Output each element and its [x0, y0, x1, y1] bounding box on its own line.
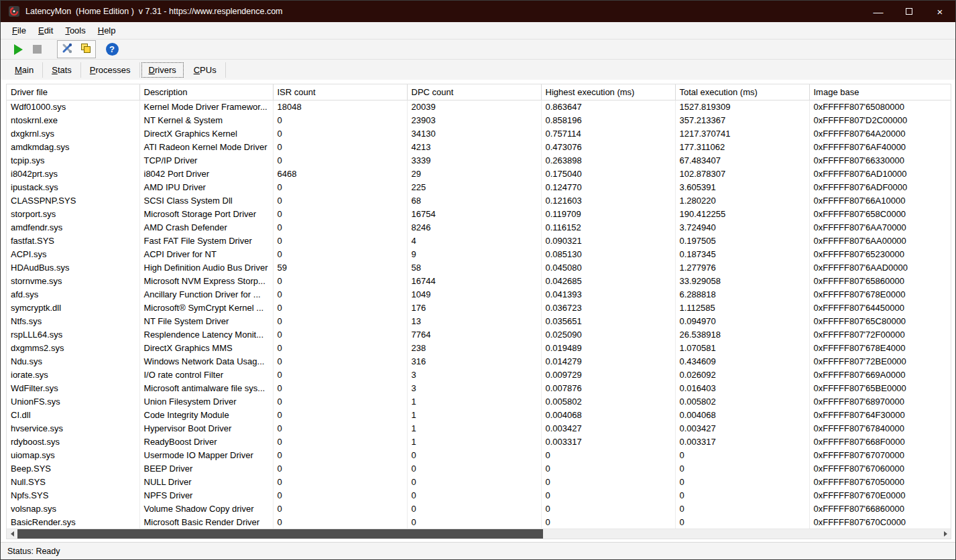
table-row[interactable]: UnionFS.sysUnion Filesystem Driver010.00… [7, 395, 951, 408]
table-row[interactable]: stornvme.sysMicrosoft NVM Express Storp.… [7, 274, 951, 287]
menu-edit[interactable]: Edit [32, 23, 59, 38]
table-row[interactable]: HDAudBus.sysHigh Definition Audio Bus Dr… [7, 261, 951, 274]
table-cell: 0 [273, 328, 407, 341]
latencymon-window: LatencyMon (Home Edition ) v 7.31 - http… [0, 0, 956, 560]
table-cell: 68 [407, 194, 541, 207]
table-row[interactable]: rspLLL64.sysResplendence Latency Monit..… [7, 328, 951, 341]
table-row[interactable]: CLASSPNP.SYSSCSI Class System Dll0680.12… [7, 194, 951, 207]
table-cell: DirectX Graphics MMS [139, 341, 273, 354]
table-row[interactable]: rdyboost.sysReadyBoost Driver010.0033170… [7, 435, 951, 448]
start-monitor-button[interactable] [9, 41, 27, 58]
titlebar[interactable]: LatencyMon (Home Edition ) v 7.31 - http… [1, 1, 955, 22]
scrollbar-thumb[interactable] [17, 529, 543, 539]
table-cell: uiomap.sys [7, 448, 139, 462]
table-cell: hvservice.sys [7, 421, 139, 435]
table-cell: WdFilter.sys [7, 381, 139, 395]
table-row[interactable]: volsnap.sysVolume Shadow Copy driver0000… [7, 502, 951, 515]
close-icon: × [937, 6, 943, 17]
table-cell: 0xFFFFF807'678E0000 [809, 287, 951, 301]
tab-main[interactable]: Main [6, 62, 43, 78]
menu-help[interactable]: Help [92, 23, 122, 38]
table-cell: 0 [541, 515, 675, 529]
table-cell: 0.009729 [541, 368, 675, 381]
column-header-isr-count[interactable]: ISR count [273, 84, 407, 100]
column-header-total-execution-ms[interactable]: Total execution (ms) [675, 84, 809, 100]
table-cell: stornvme.sys [7, 274, 139, 287]
column-header-image-base[interactable]: Image base [809, 84, 951, 100]
table-cell: 1.277976 [675, 261, 809, 274]
stop-monitor-button[interactable] [27, 41, 46, 58]
table-cell: Windows Network Data Usag... [139, 354, 273, 368]
table-cell: Npfs.SYS [7, 488, 139, 502]
table-row[interactable]: afd.sysAncillary Function Driver for ...… [7, 287, 951, 301]
close-button[interactable]: × [924, 1, 955, 22]
table-row[interactable]: uiomap.sysUsermode IO Mapper Driver00000… [7, 448, 951, 462]
table-cell: 0.042685 [541, 274, 675, 287]
table-row[interactable]: Wdf01000.sysKernel Mode Driver Framewor.… [7, 100, 951, 113]
column-header-description[interactable]: Description [139, 84, 273, 100]
scroll-right-button[interactable] [940, 529, 951, 539]
table-row[interactable]: ntoskrnl.exeNT Kernel & System0239030.85… [7, 113, 951, 127]
table-cell: 0.121603 [541, 194, 675, 207]
table-cell: 0 [273, 301, 407, 314]
menu-tools[interactable]: Tools [59, 23, 91, 38]
table-cell: 0 [675, 488, 809, 502]
table-row[interactable]: fastfat.SYSFast FAT File System Driver04… [7, 234, 951, 247]
table-row[interactable]: BasicRender.sysMicrosoft Basic Render Dr… [7, 515, 951, 529]
table-row[interactable]: Null.SYSNULL Driver00000xFFFFF807'670500… [7, 475, 951, 488]
table-row[interactable]: Ntfs.sysNT File System Driver0130.035651… [7, 314, 951, 328]
tools-icon [61, 42, 73, 56]
table-cell: 16744 [407, 274, 541, 287]
minimize-button[interactable]: — [863, 1, 894, 22]
table-row[interactable]: i8042prt.sysi8042 Port Driver6468290.175… [7, 167, 951, 180]
table-cell: 0.005802 [541, 395, 675, 408]
scrollbar-track[interactable] [17, 529, 940, 539]
table-row[interactable]: WdFilter.sysMicrosoft antimalware file s… [7, 381, 951, 395]
table-row[interactable]: tcpip.sysTCP/IP Driver033390.26389867.48… [7, 153, 951, 167]
table-row[interactable]: hvservice.sysHypervisor Boot Driver010.0… [7, 421, 951, 435]
help-button[interactable]: ? [103, 41, 121, 58]
table-cell: 34130 [407, 127, 541, 140]
column-header-dpc-count[interactable]: DPC count [407, 84, 541, 100]
table-row[interactable]: Ndu.sysWindows Network Data Usag...03160… [7, 354, 951, 368]
table-row[interactable]: amdfendr.sysAMD Crash Defender082460.116… [7, 220, 951, 234]
table-row[interactable]: ACPI.sysACPI Driver for NT090.0851300.18… [7, 247, 951, 261]
table-cell: 0xFFFFF807'D2C00000 [809, 113, 951, 127]
table-cell: 0xFFFFF807'6AA70000 [809, 220, 951, 234]
table-cell: TCP/IP Driver [139, 153, 273, 167]
menu-file[interactable]: File [6, 23, 32, 38]
table-row[interactable]: iorate.sysI/O rate control Filter030.009… [7, 368, 951, 381]
column-header-highest-execution-ms[interactable]: Highest execution (ms) [541, 84, 675, 100]
horizontal-scrollbar[interactable] [7, 529, 951, 539]
table-row[interactable]: dxgkrnl.sysDirectX Graphics Kernel034130… [7, 127, 951, 140]
menu-bar: File Edit Tools Help [1, 22, 955, 40]
table-row[interactable]: Beep.SYSBEEP Driver00000xFFFFF807'670600… [7, 462, 951, 475]
column-header-driver-file[interactable]: Driver file [7, 84, 139, 100]
table-cell: ATI Radeon Kernel Mode Driver [139, 140, 273, 153]
table-row[interactable]: CI.dllCode Integrity Module010.0040680.0… [7, 408, 951, 421]
table-cell: AMD IPU Driver [139, 180, 273, 194]
table-cell: 0 [541, 448, 675, 462]
table-row[interactable]: storport.sysMicrosoft Storage Port Drive… [7, 207, 951, 220]
table-cell: 190.412255 [675, 207, 809, 220]
table-cell: 0xFFFFF807'72F00000 [809, 328, 951, 341]
scroll-left-button[interactable] [7, 529, 17, 539]
table-cell: 0xFFFFF807'6AA00000 [809, 234, 951, 247]
tab-stats[interactable]: Stats [43, 62, 81, 78]
table-cell: 0.187345 [675, 247, 809, 261]
copy-report-button[interactable] [76, 41, 95, 58]
table-row[interactable]: dxgmms2.sysDirectX Graphics MMS02380.019… [7, 341, 951, 354]
maximize-button[interactable] [894, 1, 924, 22]
table-row[interactable]: symcryptk.dllMicrosoft® SymCrypt Kernel … [7, 301, 951, 314]
table-cell: 3 [407, 368, 541, 381]
table-row[interactable]: amdkmdag.sysATI Radeon Kernel Mode Drive… [7, 140, 951, 153]
tab-drivers[interactable]: Drivers [141, 62, 184, 78]
table-cell: Microsoft NVM Express Storp... [139, 274, 273, 287]
tab-processes[interactable]: Processes [81, 62, 140, 78]
table-row[interactable]: Npfs.SYSNPFS Driver00000xFFFFF807'670E00… [7, 488, 951, 502]
table-row[interactable]: ipustack.sysAMD IPU Driver02250.1247703.… [7, 180, 951, 194]
table-cell: 0 [675, 502, 809, 515]
tab-cpus[interactable]: CPUs [185, 62, 226, 78]
options-button[interactable] [58, 41, 76, 58]
table-cell: 0.007876 [541, 381, 675, 395]
